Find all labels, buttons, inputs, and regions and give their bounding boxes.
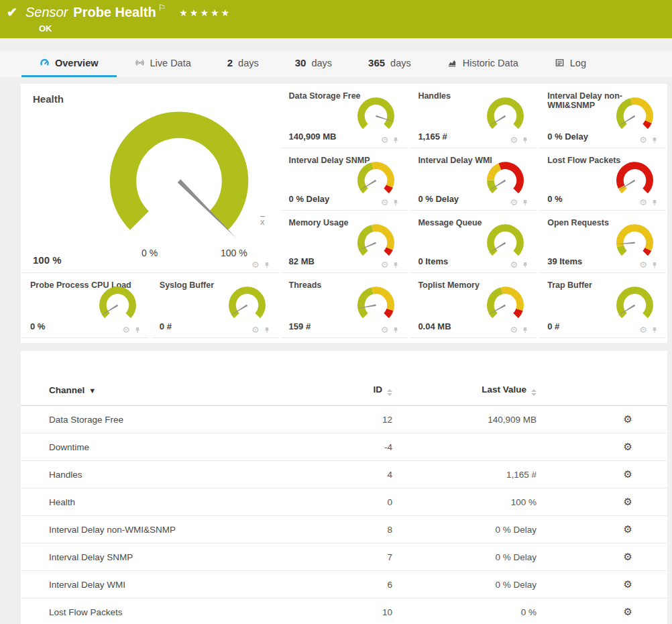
channel-settings-icon[interactable]: ⚙ xyxy=(624,468,632,480)
channel-name[interactable]: Data Storage Free xyxy=(49,415,312,425)
pin-icon[interactable] xyxy=(392,136,399,144)
pin-icon[interactable] xyxy=(522,261,528,269)
table-row[interactable]: Interval Delay SNMP 7 0 % Delay ⚙ xyxy=(21,543,667,571)
gauge-dial xyxy=(483,282,528,327)
channel-id: -4 xyxy=(312,442,399,452)
pin-icon[interactable] xyxy=(522,326,528,334)
channel-settings-icon[interactable]: ⚙ xyxy=(624,496,632,507)
gear-icon[interactable]: ⚙ xyxy=(381,198,389,207)
gear-icon[interactable]: ⚙ xyxy=(122,325,130,334)
channel-settings-icon[interactable]: ⚙ xyxy=(624,523,632,535)
channel-id: 7 xyxy=(312,552,399,562)
gear-icon[interactable]: ⚙ xyxy=(510,325,518,334)
pin-icon[interactable] xyxy=(651,199,658,207)
channel-settings-icon[interactable]: ⚙ xyxy=(624,551,632,562)
channel-settings-icon[interactable]: ⚙ xyxy=(624,441,632,452)
table-row[interactable]: Interval Delay WMI 6 0 % Delay ⚙ xyxy=(21,571,667,599)
gear-icon[interactable]: ⚙ xyxy=(510,198,518,207)
pin-icon[interactable] xyxy=(651,261,658,269)
gear-icon[interactable]: ⚙ xyxy=(381,260,389,269)
gauge-dial xyxy=(353,93,398,138)
tab-bar: Overview Live Data 2 days 30 days 365 da… xyxy=(0,50,672,77)
tab-overview[interactable]: Overview xyxy=(21,50,117,77)
channel-name[interactable]: Downtime xyxy=(49,442,312,452)
gauge-tile-interval-delay-wmi: Interval Delay WMI 0 % Delay ⚙ xyxy=(410,148,537,211)
gear-icon[interactable]: ⚙ xyxy=(639,325,647,334)
pin-icon[interactable] xyxy=(392,326,399,334)
gear-icon[interactable]: ⚙ xyxy=(381,325,389,334)
table-header-row: Channel▼ ID Last Value xyxy=(21,375,667,406)
table-row[interactable]: Lost Flow Packets 10 0 % ⚙ xyxy=(21,599,667,624)
pin-icon[interactable] xyxy=(392,261,399,269)
health-gauge-tile: Health x 0 % 100 % 100 % ⚙ xyxy=(22,84,278,273)
gauge-value: 0 # xyxy=(160,321,172,331)
channel-name[interactable]: Interval Delay WMI xyxy=(49,580,312,590)
channel-settings-icon[interactable]: ⚙ xyxy=(624,413,632,425)
gauge-value: 0 % xyxy=(30,321,45,331)
table-row[interactable]: Handles 4 1,165 # ⚙ xyxy=(21,461,667,488)
log-icon xyxy=(555,58,565,68)
gear-icon[interactable]: ⚙ xyxy=(510,260,518,269)
channel-last-value: 100 % xyxy=(399,497,543,507)
gauge-dial xyxy=(483,157,528,202)
sensor-kind-label: Sensor xyxy=(25,5,68,20)
gauge-tile-probe-process-cpu-load: Probe Process CPU Load 0 % ⚙ xyxy=(22,273,149,338)
pin-icon[interactable] xyxy=(522,136,528,144)
gauge-value: 39 Items xyxy=(547,256,582,266)
priority-stars[interactable]: ★★★★★ xyxy=(179,7,231,18)
tab-30-days[interactable]: 30 days xyxy=(277,50,350,77)
gear-icon[interactable]: ⚙ xyxy=(381,136,389,144)
table-row[interactable]: Data Storage Free 12 140,909 MB ⚙ xyxy=(21,406,667,433)
gauge-tile-toplist-memory: Toplist Memory 0.04 MB ⚙ xyxy=(410,273,537,338)
channel-name[interactable]: Handles xyxy=(49,470,312,480)
gauge-value: 0 # xyxy=(547,321,559,331)
channel-settings-icon[interactable]: ⚙ xyxy=(624,578,632,590)
gauge-value: 0 % Delay xyxy=(289,194,330,204)
gear-icon[interactable]: ⚙ xyxy=(251,325,260,334)
channel-settings-icon[interactable]: ⚙ xyxy=(624,606,632,617)
pin-icon[interactable] xyxy=(651,326,658,334)
table-row[interactable]: Interval Delay non-WMI&SNMP 8 0 % Delay … xyxy=(21,516,667,543)
tab-historic-data[interactable]: Historic Data xyxy=(429,50,537,77)
pin-icon[interactable] xyxy=(651,136,658,144)
pin-icon[interactable] xyxy=(264,326,270,334)
column-header-last-value[interactable]: Last Value xyxy=(399,384,543,396)
channel-name[interactable]: Lost Flow Packets xyxy=(49,607,312,617)
tab-2-days[interactable]: 2 days xyxy=(209,50,277,77)
gauge-dial xyxy=(612,157,657,202)
gauge-dial xyxy=(612,219,657,264)
gauge-dial xyxy=(353,282,398,327)
pin-icon[interactable] xyxy=(134,326,141,334)
gauge-tile-open-requests: Open Requests 39 Items ⚙ xyxy=(539,211,666,273)
status-badge: OK xyxy=(39,23,52,34)
flag-icon[interactable]: ⚐ xyxy=(158,3,166,13)
column-header-channel[interactable]: Channel▼ xyxy=(49,385,312,395)
tab-log[interactable]: Log xyxy=(537,50,604,77)
column-header-id[interactable]: ID xyxy=(312,384,399,396)
gear-icon[interactable]: ⚙ xyxy=(251,260,260,269)
channel-last-value: 0 % Delay xyxy=(399,525,543,535)
status-check-icon: ✔ xyxy=(7,6,17,19)
health-gauge-value: 100 % xyxy=(33,254,62,266)
gear-icon[interactable]: ⚙ xyxy=(639,198,647,207)
table-row[interactable]: Downtime -4 ⚙ xyxy=(21,433,667,461)
channel-name[interactable]: Interval Delay non-WMI&SNMP xyxy=(49,525,312,535)
sort-arrows-icon xyxy=(387,389,392,396)
gear-icon[interactable]: ⚙ xyxy=(639,260,647,269)
channel-last-value: 0 % Delay xyxy=(399,552,543,562)
pin-icon[interactable] xyxy=(392,199,399,207)
pin-icon[interactable] xyxy=(264,261,270,269)
gear-icon[interactable]: ⚙ xyxy=(639,136,647,144)
gauge-dial xyxy=(95,282,140,327)
channel-id: 0 xyxy=(312,497,399,507)
gauge-value: 140,909 MB xyxy=(289,132,337,142)
tab-live-data[interactable]: Live Data xyxy=(117,50,209,77)
pin-icon[interactable] xyxy=(522,199,528,207)
tab-365-days[interactable]: 365 days xyxy=(350,50,429,77)
gauge-tile-threads: Threads 159 # ⚙ xyxy=(281,273,408,338)
gear-icon[interactable]: ⚙ xyxy=(510,136,518,144)
gauge-value: 0 % xyxy=(547,194,562,204)
table-row[interactable]: Health 0 100 % ⚙ xyxy=(21,488,667,516)
channel-name[interactable]: Interval Delay SNMP xyxy=(49,552,312,562)
channel-name[interactable]: Health xyxy=(49,497,312,507)
